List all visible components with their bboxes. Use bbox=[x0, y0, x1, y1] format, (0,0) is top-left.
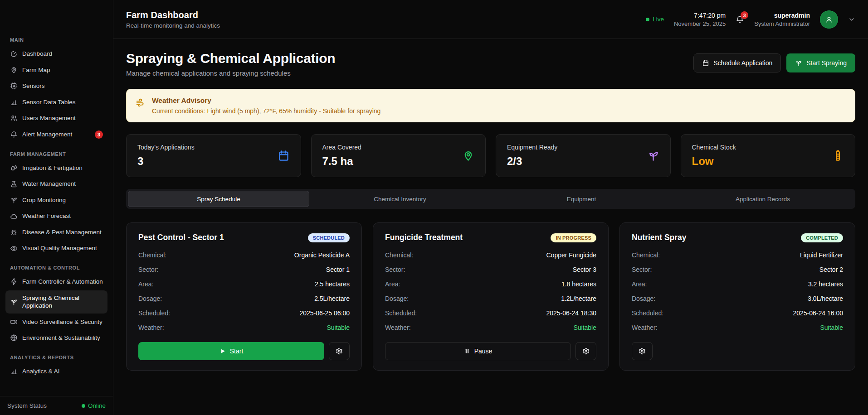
field-row: Chemical: Copper Fungicide bbox=[385, 248, 596, 262]
analytics-icon bbox=[10, 367, 18, 375]
stat-value: 2/3 bbox=[507, 155, 557, 168]
spray-schedule-cards: Pest Control - Sector 1 SCHEDULED Chemic… bbox=[126, 222, 855, 371]
field-label: Area: bbox=[632, 280, 647, 288]
tab-spray-schedule[interactable]: Spray Schedule bbox=[128, 191, 309, 207]
start-button[interactable]: Start bbox=[138, 342, 324, 360]
settings-button[interactable] bbox=[575, 342, 596, 360]
sidebar-item-label: Water Management bbox=[22, 180, 103, 188]
sidebar-item-sensor-data-tables[interactable]: Sensor Data Tables bbox=[5, 95, 107, 110]
settings-button[interactable] bbox=[632, 342, 653, 360]
user-role: System Administrator bbox=[754, 20, 810, 27]
sidebar-item-spraying-chemical-application[interactable]: Spraying & Chemical Application bbox=[5, 290, 107, 314]
sidebar-item-label: Farm Controller & Automation bbox=[22, 278, 103, 286]
tab-chemical-inventory[interactable]: Chemical Inventory bbox=[309, 191, 491, 207]
page-header: Spraying & Chemical Application Manage c… bbox=[126, 51, 855, 77]
field-label: Scheduled: bbox=[632, 309, 663, 317]
avatar[interactable] bbox=[820, 10, 838, 29]
field-label: Area: bbox=[138, 280, 153, 288]
sidebar: MAIN Dashboard Farm Map Sensors Sensor D… bbox=[0, 0, 113, 415]
field-label: Dosage: bbox=[632, 295, 655, 302]
tab-application-records[interactable]: Application Records bbox=[672, 191, 853, 207]
live-label: Live bbox=[653, 16, 664, 23]
sidebar-item-label: Sensors bbox=[22, 82, 103, 90]
user-info: superadmin System Administrator bbox=[754, 12, 810, 27]
field-value: Sector 3 bbox=[573, 266, 596, 273]
sprout-icon bbox=[10, 196, 18, 204]
app-subtitle: Real-time monitoring and analytics bbox=[126, 22, 220, 29]
field-label: Dosage: bbox=[138, 295, 162, 302]
map-pin-icon bbox=[462, 150, 474, 162]
topbar-titles: Farm Dashboard Real-time monitoring and … bbox=[126, 10, 220, 29]
field-value: Organic Pesticide A bbox=[294, 251, 350, 259]
online-dot-icon bbox=[82, 404, 85, 408]
notifications-button[interactable]: 3 bbox=[736, 15, 744, 24]
calendar-icon bbox=[278, 150, 290, 162]
card-actions bbox=[632, 342, 843, 360]
sidebar-item-crop-monitoring[interactable]: Crop Monitoring bbox=[5, 193, 107, 208]
sidebar-nav[interactable]: MAIN Dashboard Farm Map Sensors Sensor D… bbox=[0, 0, 113, 396]
sidebar-section-main: MAIN Dashboard Farm Map Sensors Sensor D… bbox=[5, 37, 107, 142]
section-label: MAIN bbox=[10, 37, 103, 43]
sidebar-item-video-surveillance-security[interactable]: Video Surveillance & Security bbox=[5, 314, 107, 330]
chevron-down-icon[interactable] bbox=[848, 16, 855, 23]
person-icon bbox=[825, 15, 833, 24]
sidebar-item-weather-forecast[interactable]: Weather Forecast bbox=[5, 208, 107, 224]
sidebar-item-label: Video Surveillance & Security bbox=[22, 318, 103, 326]
flask-icon bbox=[10, 180, 18, 188]
settings-button[interactable] bbox=[329, 342, 350, 360]
start-spraying-button[interactable]: Start Spraying bbox=[786, 53, 855, 72]
app-title: Farm Dashboard bbox=[126, 10, 220, 20]
stat-text: Area Covered 7.5 ha bbox=[322, 144, 361, 168]
sidebar-item-sensors[interactable]: Sensors bbox=[5, 78, 107, 94]
sidebar-item-environment-sustainability[interactable]: Environment & Sustainability bbox=[5, 330, 107, 346]
tab-equipment[interactable]: Equipment bbox=[491, 191, 672, 207]
sidebar-item-analytics-ai[interactable]: Analytics & AI bbox=[5, 364, 107, 379]
spray-icon bbox=[795, 59, 802, 67]
field-value: Copper Fungicide bbox=[546, 251, 596, 259]
wind-icon bbox=[136, 98, 146, 108]
sidebar-item-visual-quality-management[interactable]: Visual Quality Management bbox=[5, 241, 107, 256]
field-value: 3.2 hectares bbox=[808, 280, 843, 288]
droplets-icon bbox=[10, 164, 18, 172]
sidebar-item-label: Weather Forecast bbox=[22, 212, 103, 220]
field-value: 1.8 hectares bbox=[561, 280, 596, 288]
card-actions: Pause bbox=[385, 342, 596, 360]
sidebar-item-water-management[interactable]: Water Management bbox=[5, 176, 107, 192]
weather-advisory-title: Weather Advisory bbox=[152, 97, 380, 105]
field-value: 3.0L/hectare bbox=[808, 295, 843, 302]
field-label: Scheduled: bbox=[138, 309, 170, 317]
field-value: Suitable bbox=[820, 324, 843, 331]
sidebar-item-dashboard[interactable]: Dashboard bbox=[5, 46, 107, 62]
schedule-application-label: Schedule Application bbox=[713, 59, 772, 67]
stat-value: 7.5 ha bbox=[322, 155, 361, 168]
field-label: Weather: bbox=[138, 324, 164, 331]
page-actions: Schedule Application Start Spraying bbox=[693, 53, 855, 72]
sidebar-item-users-management[interactable]: Users Management bbox=[5, 111, 107, 126]
field-value: Sector 2 bbox=[819, 266, 843, 273]
field-row: Sector: Sector 1 bbox=[138, 262, 350, 277]
sidebar-item-farm-controller-automation[interactable]: Farm Controller & Automation bbox=[5, 274, 107, 290]
card-actions: Start bbox=[138, 342, 350, 360]
stat-card-equipment-ready: Equipment Ready 2/3 bbox=[496, 134, 671, 177]
section-label: AUTOMATION & CONTROL bbox=[10, 265, 103, 270]
sidebar-item-disease-pest-management[interactable]: Disease & Pest Management bbox=[5, 225, 107, 240]
field-row: Chemical: Liquid Fertilizer bbox=[632, 248, 843, 262]
sidebar-item-alert-management[interactable]: Alert Management 3 bbox=[5, 127, 107, 142]
field-label: Sector: bbox=[632, 266, 652, 273]
field-value: Suitable bbox=[327, 324, 350, 331]
field-value: 2.5L/hectare bbox=[314, 295, 350, 302]
schedule-application-button[interactable]: Schedule Application bbox=[693, 53, 781, 72]
bug-icon bbox=[10, 228, 18, 236]
sidebar-item-farm-map[interactable]: Farm Map bbox=[5, 63, 107, 78]
current-date: November 25, 2025 bbox=[674, 20, 726, 27]
field-label: Weather: bbox=[632, 324, 658, 331]
sidebar-item-irrigation-fertigation[interactable]: Irrigation & Fertigation bbox=[5, 160, 107, 176]
spray-icon bbox=[10, 298, 18, 306]
cloud-icon bbox=[10, 212, 18, 220]
calendar-icon bbox=[702, 59, 709, 67]
pause-icon bbox=[464, 348, 470, 354]
field-label: Area: bbox=[385, 280, 400, 288]
eye-icon bbox=[10, 245, 18, 252]
gear-icon bbox=[582, 347, 590, 355]
pause-button[interactable]: Pause bbox=[385, 342, 571, 360]
